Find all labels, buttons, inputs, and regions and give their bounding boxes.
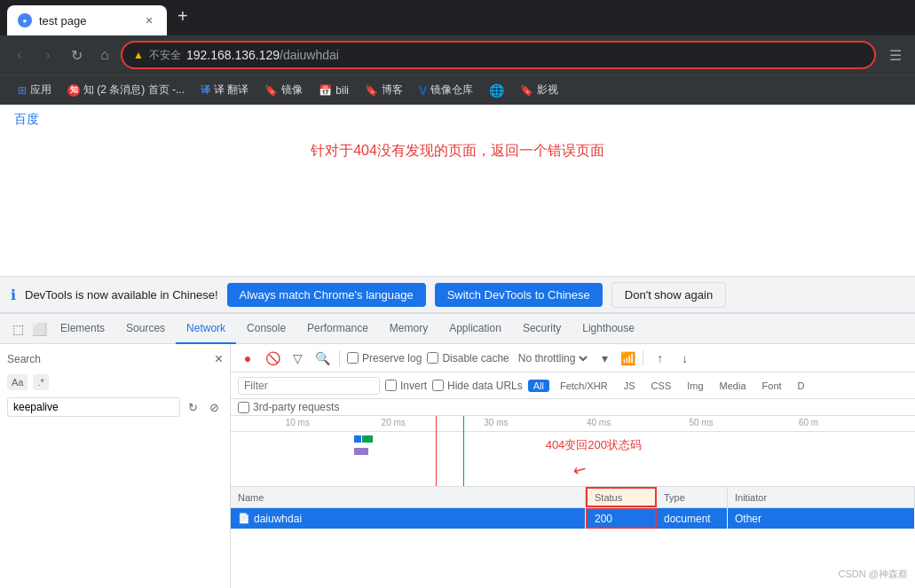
bookmark-blog[interactable]: 🔖 博客 [358,79,410,101]
tab-sources[interactable]: Sources [115,314,176,344]
download-button[interactable]: ↓ [675,349,695,368]
url-host: 192.168.136.129 [186,48,280,62]
waterfall-bars2 [354,448,368,455]
bookmark-apps[interactable]: ⊞ 应用 [11,79,59,101]
tick-50ms: 50 ms [690,418,714,427]
bookmarks-bar: ⊞ 应用 知 知 (2 条消息) 首页 -... 译 译 翻译 🔖 镜像 📅 b… [0,74,915,105]
security-icon: ▲ [133,49,144,61]
bookmark-translate[interactable]: 译 译 翻译 [193,79,256,101]
baidu-link[interactable]: 百度 [14,112,39,126]
third-party-row: 3rd-party requests [231,399,915,416]
upload-button[interactable]: ↑ [651,349,670,368]
td-type: document [657,508,728,529]
filter-css-button[interactable]: CSS [646,380,677,392]
tab-network[interactable]: Network [176,314,236,344]
bookmark-globe[interactable]: 🌐 [482,80,511,101]
tab-application[interactable]: Application [438,314,512,344]
hide-data-urls-checkbox[interactable]: Hide data URLs [432,380,523,392]
filter-font-button[interactable]: Font [757,380,787,392]
tab-memory[interactable]: Memory [379,314,438,344]
bookmark-bili-label: bili [335,84,349,97]
v-icon: V [419,83,427,98]
disable-cache-checkbox[interactable]: Disable cache [427,352,509,365]
bookmark-mirror2[interactable]: V 镜像仓库 [412,79,480,101]
search-close-button[interactable]: × [215,351,223,367]
bookmark-bili[interactable]: 📅 bili [312,81,356,100]
filter-fetch-button[interactable]: Fetch/XHR [555,380,613,392]
url-path: /daiuwhdai [280,48,339,62]
video-bookmark-icon: 🔖 [520,84,533,97]
tab-security[interactable]: Security [512,314,572,344]
profile-button[interactable]: ☰ [883,43,908,67]
tick-10ms: 10 ms [286,418,310,427]
search-regex[interactable]: .* [33,374,48,390]
active-tab[interactable]: test page × [7,5,167,35]
filter-img-button[interactable]: Img [682,380,708,392]
new-tab-button[interactable]: + [170,6,195,27]
tab-bar: test page × + [0,0,915,35]
tab-console[interactable]: Console [236,314,296,344]
globe-icon: 🌐 [489,83,504,98]
devtools-notification-bar: ℹ DevTools is now available in Chinese! … [0,276,915,313]
toolbar-divider2 [643,350,643,366]
always-match-button[interactable]: Always match Chrome's language [227,283,426,307]
tab-favicon [18,13,32,27]
th-type[interactable]: Type [657,487,728,507]
forward-button[interactable]: › [35,43,60,67]
filter-js-button[interactable]: JS [619,380,641,392]
filter-all-button[interactable]: All [528,380,549,392]
filter-input[interactable] [238,377,380,395]
address-url: 192.168.136.129/daiuwhdai [186,48,864,62]
record-button[interactable]: ● [238,349,257,368]
dont-show-again-button[interactable]: Don't show again [611,282,726,308]
throttle-down-button[interactable]: ▾ [596,349,615,368]
security-text: 不安全 [149,48,181,63]
search-refresh-button[interactable]: ↻ [184,398,201,416]
third-party-checkbox[interactable]: 3rd-party requests [238,401,908,413]
search-header: Search × [0,348,230,371]
filter-doc-button[interactable]: D [793,380,810,392]
reload-button[interactable]: ↻ [64,43,89,67]
network-panel: ● 🚫 ▽ 🔍 Preserve log Disable cache [231,344,915,588]
table-header: Name Status Type Initiator [231,487,915,508]
address-bar[interactable]: ▲ 不安全 192.168.136.129/daiuwhdai [121,41,876,69]
page-content: 百度 针对于404没有发现的页面，返回一个错误页面 ℹ DevTools is … [0,105,915,588]
search-input-row: ↻ ⊘ [0,394,230,420]
th-initiator[interactable]: Initiator [728,487,915,507]
preserve-log-checkbox[interactable]: Preserve log [347,352,422,365]
bookmark-mirror-label: 镜像 [281,82,303,98]
tick-20ms: 20 ms [382,418,406,427]
tab-elements[interactable]: Elements [50,314,115,344]
search-clear-button[interactable]: ⊘ [205,398,223,416]
timeline-main: 10 ms 20 ms 30 ms 40 ms 50 ms 60 m [231,416,915,486]
filter-media-button[interactable]: Media [714,380,752,392]
stop-button[interactable]: 🚫 [263,349,282,368]
tab-lighthouse[interactable]: Lighthouse [572,314,645,344]
invert-checkbox[interactable]: Invert [385,380,427,392]
search-case-sensitive[interactable]: Aa [7,374,28,390]
switch-devtools-button[interactable]: Switch DevTools to Chinese [435,283,603,307]
th-name[interactable]: Name [231,487,586,507]
timeline-ruler: 10 ms 20 ms 30 ms 40 ms 50 ms 60 m [231,416,915,432]
bar-green [362,435,373,443]
search-input[interactable] [7,397,180,417]
blog-icon: 🔖 [365,84,378,97]
bookmark-mirror[interactable]: 🔖 镜像 [257,79,310,101]
filter-button[interactable]: ▽ [288,349,307,368]
throttle-select[interactable]: No throttling [515,351,590,365]
tab-performance[interactable]: Performance [296,314,379,344]
devtools-panel: ⬚ ⬜ Elements Sources Network Console Per… [0,313,915,588]
table-row[interactable]: 📄 daiuwhdai 200 document Other [231,508,915,529]
home-button[interactable]: ⌂ [92,43,117,67]
back-button[interactable]: ‹ [7,43,32,67]
th-status[interactable]: Status [586,487,657,507]
bookmark-zhihu[interactable]: 知 知 (2 条消息) 首页 -... [60,79,192,101]
timeline-area: 10 ms 20 ms 30 ms 40 ms 50 ms 60 m [231,416,915,487]
bookmark-video[interactable]: 🔖 影视 [513,79,565,101]
search-network-button[interactable]: 🔍 [312,349,332,368]
td-initiator: Other [728,508,915,529]
devtools-cursor-icon[interactable]: ⬚ [7,318,28,340]
devtools-device-icon[interactable]: ⬜ [28,318,50,340]
tab-close-button[interactable]: × [142,13,156,27]
network-table: Name Status Type Initiator [231,487,915,588]
